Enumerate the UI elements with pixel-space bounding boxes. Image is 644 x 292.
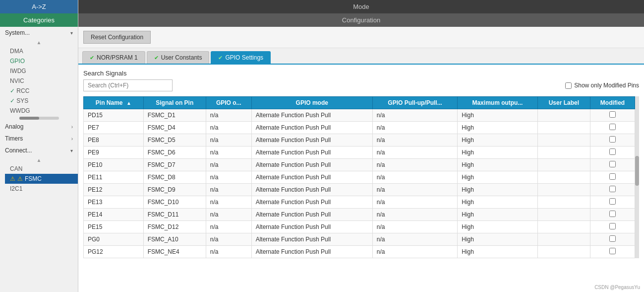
table-header-row: Pin Name ▲ Signal on Pin GPIO o... GPIO … xyxy=(84,97,635,109)
gpio-table: Pin Name ▲ Signal on Pin GPIO o... GPIO … xyxy=(83,96,635,258)
cell-mode: Alternate Function Push Pull xyxy=(251,159,372,171)
cell-signal: FSMC_D8 xyxy=(143,171,206,184)
modified-checkbox[interactable] xyxy=(609,161,616,167)
sidebar-item-wwdg[interactable]: WWDG xyxy=(5,106,78,116)
sidebar-item-rcc[interactable]: RCC xyxy=(5,86,78,96)
modified-checkbox[interactable] xyxy=(609,223,616,229)
tab-check-icon-gpio: ✔ xyxy=(218,55,223,61)
sidebar-section-timers[interactable]: Timers › xyxy=(0,133,78,145)
cell-user-label xyxy=(537,246,590,258)
sidebar-scrollbar[interactable] xyxy=(19,117,59,120)
vertical-scrollbar[interactable] xyxy=(635,96,639,258)
col-pin-name[interactable]: Pin Name ▲ xyxy=(84,97,144,109)
cell-max-out: High xyxy=(458,122,537,134)
cell-modified[interactable] xyxy=(590,221,635,233)
cell-user-label xyxy=(537,184,590,196)
cell-modified[interactable] xyxy=(590,233,635,246)
table-row: PE9FSMC_D6n/aAlternate Function Push Pul… xyxy=(84,146,635,159)
search-input[interactable] xyxy=(83,79,173,91)
modified-checkbox[interactable] xyxy=(609,186,616,192)
cell-user-label xyxy=(537,159,590,171)
cell-gpio-o: n/a xyxy=(206,159,251,171)
sidebar-item-can[interactable]: CAN xyxy=(5,164,78,174)
sidebar-item-sys[interactable]: SYS xyxy=(5,96,78,106)
modified-checkbox[interactable] xyxy=(609,173,616,180)
cell-signal: FSMC_D6 xyxy=(143,146,206,159)
cell-pin: PE14 xyxy=(84,209,144,221)
cell-mode: Alternate Function Push Pull xyxy=(251,196,372,209)
col-user-label[interactable]: User Label xyxy=(537,97,590,109)
sidebar-item-iwdg[interactable]: IWDG xyxy=(5,66,78,76)
tab-gpio-settings[interactable]: ✔ GPIO Settings xyxy=(211,51,271,64)
modified-checkbox[interactable] xyxy=(609,124,616,130)
modified-checkbox[interactable] xyxy=(609,111,616,118)
modified-checkbox[interactable] xyxy=(609,235,616,242)
col-gpio-mode[interactable]: GPIO mode xyxy=(251,97,372,109)
cell-mode: Alternate Function Push Pull xyxy=(251,171,372,184)
modified-checkbox[interactable] xyxy=(609,148,616,155)
system-items-group: DMA GPIO IWDG NVIC RCC SYS WWDG xyxy=(0,46,78,116)
modified-checkbox[interactable] xyxy=(609,198,616,205)
sidebar-section-system-label: System... xyxy=(5,29,70,36)
table-row: PE12FSMC_D9n/aAlternate Function Push Pu… xyxy=(84,184,635,196)
modified-checkbox[interactable] xyxy=(609,211,616,217)
col-modified[interactable]: Modified xyxy=(590,97,635,109)
tab-user-constants[interactable]: ✔ User Constants xyxy=(147,51,210,64)
col-max-out[interactable]: Maximum outpu... xyxy=(458,97,537,109)
cell-user-label xyxy=(537,134,590,146)
cell-pull: n/a xyxy=(372,122,457,134)
sidebar-item-gpio[interactable]: GPIO xyxy=(5,56,78,66)
cell-gpio-o: n/a xyxy=(206,233,251,246)
sidebar-section-system[interactable]: System... ▾ xyxy=(0,27,78,39)
cell-max-out: High xyxy=(458,134,537,146)
show-modified-checkbox[interactable] xyxy=(565,82,572,89)
col-gpio-o[interactable]: GPIO o... xyxy=(206,97,251,109)
sidebar-section-connect[interactable]: Connect... ▾ xyxy=(0,145,78,156)
cell-pin: PE7 xyxy=(84,122,144,134)
reset-configuration-button[interactable]: Reset Configuration xyxy=(83,31,151,44)
sidebar-tab-categories[interactable]: Categories xyxy=(0,13,78,27)
table-row: PE10FSMC_D7n/aAlternate Function Push Pu… xyxy=(84,159,635,171)
cell-modified[interactable] xyxy=(590,184,635,196)
modified-checkbox[interactable] xyxy=(609,136,616,143)
col-signal[interactable]: Signal on Pin xyxy=(143,97,206,109)
table-row: PD15FSMC_D1n/aAlternate Function Push Pu… xyxy=(84,109,635,122)
cell-modified[interactable] xyxy=(590,146,635,159)
cell-user-label xyxy=(537,122,590,134)
table-row: PE14FSMC_D11n/aAlternate Function Push P… xyxy=(84,209,635,221)
cell-gpio-o: n/a xyxy=(206,122,251,134)
cell-modified[interactable] xyxy=(590,122,635,134)
cell-modified[interactable] xyxy=(590,134,635,146)
gpio-table-body: PD15FSMC_D1n/aAlternate Function Push Pu… xyxy=(84,109,635,258)
cell-modified[interactable] xyxy=(590,196,635,209)
cell-gpio-o: n/a xyxy=(206,184,251,196)
cell-pull: n/a xyxy=(372,159,457,171)
cell-modified[interactable] xyxy=(590,209,635,221)
cell-max-out: High xyxy=(458,109,537,122)
cell-mode: Alternate Function Push Pull xyxy=(251,221,372,233)
sidebar: A->Z Categories System... ▾ ▲ DMA GPIO I… xyxy=(0,0,78,292)
sidebar-section-analog-label: Analog xyxy=(5,123,71,130)
cell-modified[interactable] xyxy=(590,159,635,171)
cell-pull: n/a xyxy=(372,233,457,246)
col-pull[interactable]: GPIO Pull-up/Pull... xyxy=(372,97,457,109)
scroll-up-indicator: ▲ xyxy=(0,39,78,46)
cell-modified[interactable] xyxy=(590,171,635,184)
sidebar-item-nvic[interactable]: NVIC xyxy=(5,76,78,86)
sidebar-item-i2c1[interactable]: I2C1 xyxy=(5,184,78,194)
sidebar-tab-az[interactable]: A->Z xyxy=(0,0,78,13)
modified-checkbox[interactable] xyxy=(609,248,616,254)
cell-signal: FSMC_D5 xyxy=(143,134,206,146)
sidebar-scrollbar-thumb xyxy=(19,117,39,120)
sidebar-item-fsmc[interactable]: ⚠ FSMC xyxy=(5,174,78,184)
search-row: Show only Modified Pins xyxy=(83,79,639,91)
cell-max-out: High xyxy=(458,171,537,184)
vertical-scrollbar-thumb xyxy=(635,156,639,186)
sidebar-section-analog[interactable]: Analog › xyxy=(0,121,78,133)
cell-modified[interactable] xyxy=(590,246,635,258)
table-row: PE7FSMC_D4n/aAlternate Function Push Pul… xyxy=(84,122,635,134)
tab-nor-psram1[interactable]: ✔ NOR/PSRAM 1 xyxy=(82,51,145,64)
cell-modified[interactable] xyxy=(590,109,635,122)
table-row: PE11FSMC_D8n/aAlternate Function Push Pu… xyxy=(84,171,635,184)
sidebar-item-dma[interactable]: DMA xyxy=(5,46,78,56)
